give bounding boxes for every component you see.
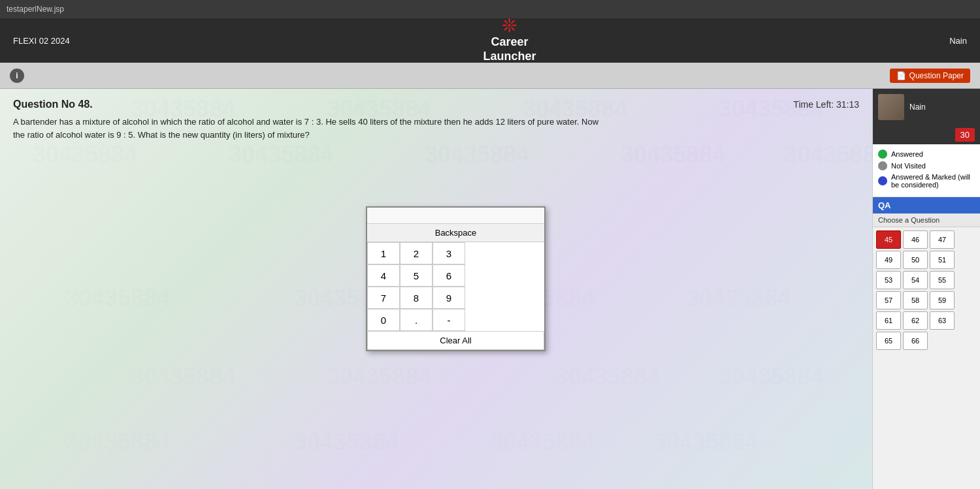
key-dot[interactable]: .	[400, 309, 433, 331]
keypad-input[interactable]	[367, 208, 544, 224]
q-btn-61[interactable]: 61	[876, 311, 901, 330]
answered-marked-dot	[878, 176, 887, 185]
key-5[interactable]: 5	[400, 264, 433, 287]
profile-name: Nain	[949, 36, 967, 46]
profile-name-sidebar: Nain	[909, 103, 926, 112]
content-area: 30435884 30435884 30435884 30435884 3043…	[0, 89, 872, 489]
watermark-8: 30435884	[621, 141, 725, 168]
watermark-20: 30435884	[490, 428, 595, 456]
main-container: 30435884 30435884 30435884 30435884 3043…	[0, 89, 980, 489]
key-7[interactable]: 7	[367, 287, 400, 309]
key-1[interactable]: 1	[367, 242, 400, 264]
time-left: Time Left: 31:13	[793, 99, 859, 110]
score-area: 30	[873, 125, 980, 144]
choose-question-label: Choose a Question	[873, 213, 980, 227]
q-btn-57[interactable]: 57	[876, 291, 901, 309]
watermark-13: 30435884	[686, 285, 791, 312]
watermark-7: 30435884	[425, 141, 529, 168]
question-text: A bartender has a mixture of alcohol in …	[13, 116, 601, 141]
watermark-5: 30435884	[33, 141, 137, 168]
keypad-row-4: 0 . -	[367, 309, 544, 331]
q-btn-50[interactable]: 50	[903, 251, 928, 269]
keypad-row-3: 7 8 9	[367, 287, 544, 309]
q-btn-49[interactable]: 49	[876, 251, 901, 269]
legend-section: Answered Not Visited Answered & Marked (…	[873, 144, 980, 197]
sub-header: i 📄 Question Paper	[0, 63, 980, 89]
legend-answered-marked: Answered & Marked (will be considered)	[878, 173, 975, 189]
question-info-row: Question No 48. Time Left: 31:13	[13, 99, 859, 110]
key-0[interactable]: 0	[367, 309, 400, 331]
key-3[interactable]: 3	[433, 242, 465, 264]
logo-text: CareerLauncher	[483, 35, 536, 63]
not-visited-label: Not Visited	[891, 162, 926, 170]
question-grid: 45 46 47 49 50 51 53 54 55 57 58 59 61 6…	[873, 227, 980, 353]
watermark-10: 30435884	[65, 285, 170, 312]
question-paper-button[interactable]: 📄 Question Paper	[890, 69, 970, 83]
legend-answered: Answered	[878, 150, 975, 159]
key-8[interactable]: 8	[400, 287, 433, 309]
watermark-19: 30435884	[294, 428, 399, 456]
watermark-14: 30435884	[131, 363, 235, 390]
answered-marked-label: Answered & Marked (will be considered)	[891, 173, 975, 189]
browser-url: testaperlNew.jsp	[7, 5, 64, 14]
watermark-17: 30435884	[719, 363, 823, 390]
legend-not-visited: Not Visited	[878, 161, 975, 170]
answered-dot	[878, 150, 887, 159]
key-6[interactable]: 6	[433, 264, 465, 287]
q-btn-55[interactable]: 55	[930, 271, 955, 289]
watermark-6: 30435884	[229, 141, 333, 168]
score-badge: 30	[955, 128, 975, 142]
keypad-row-2: 4 5 6	[367, 264, 544, 287]
watermark-16: 30435884	[555, 363, 660, 390]
question-paper-icon: 📄	[896, 71, 906, 80]
clear-all-button[interactable]: Clear All	[367, 331, 544, 350]
key-2[interactable]: 2	[400, 242, 433, 264]
backspace-button[interactable]: Backspace	[367, 224, 544, 242]
profile-avatar	[878, 94, 904, 120]
q-btn-54[interactable]: 54	[903, 271, 928, 289]
header-right: Nain	[949, 36, 967, 46]
key-4[interactable]: 4	[367, 264, 400, 287]
right-sidebar: Nain 30 Answered Not Visited Answered & …	[872, 89, 980, 489]
q-btn-63[interactable]: 63	[930, 311, 955, 330]
qa-section-label: QA	[873, 197, 980, 213]
q-btn-45[interactable]: 45	[876, 230, 901, 249]
q-btn-65[interactable]: 65	[876, 332, 901, 350]
watermark-21: 30435884	[653, 428, 758, 456]
not-visited-dot	[878, 161, 887, 170]
q-btn-46[interactable]: 46	[903, 230, 928, 249]
watermark-9: 30435884	[784, 141, 872, 168]
key-minus[interactable]: -	[433, 309, 465, 331]
watermark-18: 30435884	[65, 428, 170, 456]
numeric-keypad: Backspace 1 2 3 4 5 6 7 8 9 0 . - Clear …	[366, 206, 546, 351]
info-button[interactable]: i	[10, 69, 24, 83]
key-9[interactable]: 9	[433, 287, 465, 309]
q-btn-47[interactable]: 47	[930, 230, 955, 249]
watermark-15: 30435884	[327, 363, 431, 390]
q-btn-53[interactable]: 53	[876, 271, 901, 289]
answered-label: Answered	[891, 150, 923, 158]
browser-bar: testaperlNew.jsp	[0, 0, 980, 18]
q-btn-66[interactable]: 66	[903, 332, 928, 350]
app-header: FLEXI 02 2024 ❊ CareerLauncher Nain	[0, 18, 980, 63]
question-number: Question No 48.	[13, 99, 93, 110]
sidebar-profile: Nain	[873, 89, 980, 125]
q-btn-62[interactable]: 62	[903, 311, 928, 330]
exam-label: FLEXI 02 2024	[13, 36, 70, 46]
q-btn-58[interactable]: 58	[903, 291, 928, 309]
q-btn-51[interactable]: 51	[930, 251, 955, 269]
q-btn-59[interactable]: 59	[930, 291, 955, 309]
keypad-row-1: 1 2 3	[367, 242, 544, 264]
logo-icon: ❊	[502, 17, 517, 35]
logo-area: ❊ CareerLauncher	[483, 17, 536, 63]
